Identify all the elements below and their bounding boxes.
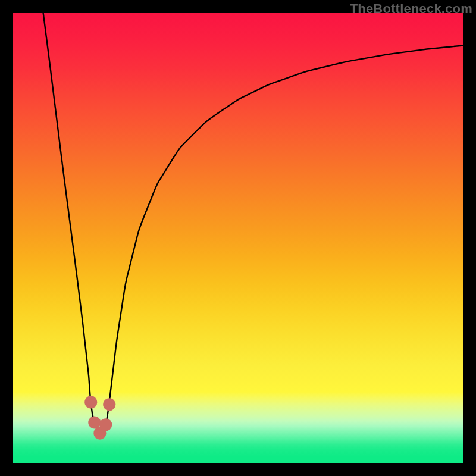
cusp-marker — [84, 396, 97, 408]
cusp-marker — [103, 398, 115, 411]
cusp-marker — [88, 416, 101, 428]
chart-frame: TheBottleneck.com — [0, 0, 476, 476]
plot-area — [13, 13, 463, 463]
watermark-text: TheBottleneck.com — [350, 1, 472, 17]
curve-path — [43, 13, 463, 434]
cusp-marker — [99, 418, 112, 431]
bottleneck-curve — [13, 13, 463, 463]
